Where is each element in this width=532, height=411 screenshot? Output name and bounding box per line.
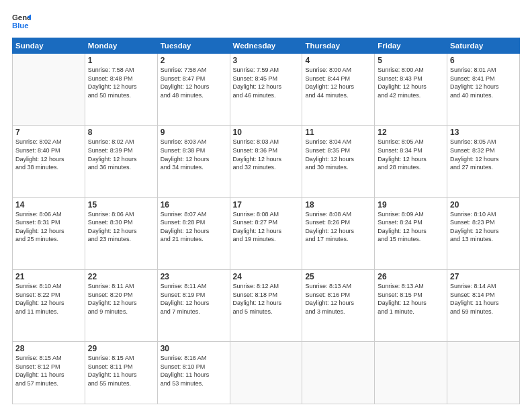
day-number: 1 (88, 56, 154, 65)
day-number: 13 (450, 128, 517, 137)
day-number: 9 (161, 128, 227, 137)
day-number: 28 (15, 344, 82, 353)
logo: General Blue (12, 12, 31, 31)
day-number: 25 (305, 272, 371, 281)
day-info: Sunrise: 8:10 AM Sunset: 8:23 PM Dayligh… (450, 210, 517, 244)
day-number: 23 (161, 272, 227, 281)
day-info: Sunrise: 8:07 AM Sunset: 8:28 PM Dayligh… (161, 210, 227, 244)
day-info: Sunrise: 8:14 AM Sunset: 8:14 PM Dayligh… (450, 282, 517, 316)
day-info: Sunrise: 8:02 AM Sunset: 8:39 PM Dayligh… (88, 138, 154, 171)
day-number: 27 (450, 272, 517, 281)
day-number: 24 (233, 272, 300, 281)
calendar-cell: 8Sunrise: 8:02 AM Sunset: 8:39 PM Daylig… (85, 126, 157, 197)
day-number: 17 (233, 200, 300, 210)
calendar-cell: 19Sunrise: 8:09 AM Sunset: 8:24 PM Dayli… (375, 197, 447, 269)
day-info: Sunrise: 8:13 AM Sunset: 8:16 PM Dayligh… (305, 282, 371, 316)
calendar-cell: 11Sunrise: 8:04 AM Sunset: 8:35 PM Dayli… (302, 126, 375, 197)
page: General Blue SundayMondayTuesdayWednesda… (0, 0, 532, 411)
calendar-cell: 5Sunrise: 8:00 AM Sunset: 8:43 PM Daylig… (375, 54, 447, 126)
calendar-cell: 25Sunrise: 8:13 AM Sunset: 8:16 PM Dayli… (302, 269, 375, 341)
day-info: Sunrise: 8:15 AM Sunset: 8:12 PM Dayligh… (15, 354, 82, 387)
calendar-cell: 20Sunrise: 8:10 AM Sunset: 8:23 PM Dayli… (447, 197, 520, 269)
day-number: 6 (450, 56, 517, 65)
day-info: Sunrise: 8:05 AM Sunset: 8:34 PM Dayligh… (378, 138, 444, 171)
day-info: Sunrise: 8:11 AM Sunset: 8:19 PM Dayligh… (161, 282, 227, 316)
calendar-week-row: 1Sunrise: 7:58 AM Sunset: 8:48 PM Daylig… (13, 54, 520, 126)
calendar-cell: 29Sunrise: 8:15 AM Sunset: 8:11 PM Dayli… (85, 342, 157, 404)
day-number: 7 (15, 128, 82, 137)
calendar-cell (230, 342, 302, 404)
calendar-cell: 28Sunrise: 8:15 AM Sunset: 8:12 PM Dayli… (13, 342, 85, 404)
weekday-header-wednesday: Wednesday (230, 38, 302, 54)
weekday-header-friday: Friday (375, 38, 447, 54)
day-info: Sunrise: 8:10 AM Sunset: 8:22 PM Dayligh… (15, 282, 82, 316)
day-info: Sunrise: 8:08 AM Sunset: 8:26 PM Dayligh… (305, 210, 371, 244)
day-info: Sunrise: 7:58 AM Sunset: 8:47 PM Dayligh… (161, 66, 227, 99)
calendar-cell: 3Sunrise: 7:59 AM Sunset: 8:45 PM Daylig… (230, 54, 302, 126)
day-number: 29 (88, 344, 154, 353)
weekday-header-row: SundayMondayTuesdayWednesdayThursdayFrid… (13, 38, 520, 54)
weekday-header-saturday: Saturday (447, 38, 520, 54)
day-number: 14 (15, 200, 82, 210)
day-info: Sunrise: 7:58 AM Sunset: 8:48 PM Dayligh… (88, 66, 154, 99)
calendar-cell: 16Sunrise: 8:07 AM Sunset: 8:28 PM Dayli… (157, 197, 230, 269)
day-info: Sunrise: 8:12 AM Sunset: 8:18 PM Dayligh… (233, 282, 300, 316)
calendar-cell: 21Sunrise: 8:10 AM Sunset: 8:22 PM Dayli… (13, 269, 85, 341)
calendar-cell: 6Sunrise: 8:01 AM Sunset: 8:41 PM Daylig… (447, 54, 520, 126)
day-number: 26 (378, 272, 444, 281)
calendar-cell (13, 54, 85, 126)
calendar-cell: 30Sunrise: 8:16 AM Sunset: 8:10 PM Dayli… (157, 342, 230, 404)
calendar-cell (375, 342, 447, 404)
day-info: Sunrise: 8:01 AM Sunset: 8:41 PM Dayligh… (450, 66, 517, 99)
day-number: 15 (88, 200, 154, 210)
day-info: Sunrise: 8:11 AM Sunset: 8:20 PM Dayligh… (88, 282, 154, 316)
calendar-week-row: 28Sunrise: 8:15 AM Sunset: 8:12 PM Dayli… (13, 342, 520, 404)
day-info: Sunrise: 8:00 AM Sunset: 8:44 PM Dayligh… (305, 66, 371, 99)
day-info: Sunrise: 8:13 AM Sunset: 8:15 PM Dayligh… (378, 282, 444, 316)
day-number: 8 (88, 128, 154, 137)
calendar-cell: 26Sunrise: 8:13 AM Sunset: 8:15 PM Dayli… (375, 269, 447, 341)
day-number: 20 (450, 200, 517, 210)
calendar-cell: 10Sunrise: 8:03 AM Sunset: 8:36 PM Dayli… (230, 126, 302, 197)
day-info: Sunrise: 8:09 AM Sunset: 8:24 PM Dayligh… (378, 210, 444, 244)
calendar-cell: 15Sunrise: 8:06 AM Sunset: 8:30 PM Dayli… (85, 197, 157, 269)
day-number: 22 (88, 272, 154, 281)
weekday-header-thursday: Thursday (302, 38, 375, 54)
day-number: 10 (233, 128, 300, 137)
day-info: Sunrise: 8:02 AM Sunset: 8:40 PM Dayligh… (15, 138, 82, 171)
calendar-week-row: 21Sunrise: 8:10 AM Sunset: 8:22 PM Dayli… (13, 269, 520, 341)
day-number: 16 (161, 200, 227, 210)
day-number: 30 (161, 344, 227, 353)
day-number: 2 (161, 56, 227, 65)
day-info: Sunrise: 8:15 AM Sunset: 8:11 PM Dayligh… (88, 354, 154, 387)
calendar-cell: 24Sunrise: 8:12 AM Sunset: 8:18 PM Dayli… (230, 269, 302, 341)
day-info: Sunrise: 8:06 AM Sunset: 8:30 PM Dayligh… (88, 210, 154, 244)
calendar-cell: 9Sunrise: 8:03 AM Sunset: 8:38 PM Daylig… (157, 126, 230, 197)
header: General Blue (12, 12, 520, 31)
day-info: Sunrise: 8:08 AM Sunset: 8:27 PM Dayligh… (233, 210, 300, 244)
day-number: 3 (233, 56, 300, 65)
calendar-week-row: 7Sunrise: 8:02 AM Sunset: 8:40 PM Daylig… (13, 126, 520, 197)
day-number: 18 (305, 200, 371, 210)
calendar-cell: 23Sunrise: 8:11 AM Sunset: 8:19 PM Dayli… (157, 269, 230, 341)
calendar-cell: 13Sunrise: 8:05 AM Sunset: 8:32 PM Dayli… (447, 126, 520, 197)
svg-text:Blue: Blue (12, 21, 29, 30)
day-info: Sunrise: 8:06 AM Sunset: 8:31 PM Dayligh… (15, 210, 82, 244)
calendar-cell (447, 342, 520, 404)
day-info: Sunrise: 8:03 AM Sunset: 8:38 PM Dayligh… (161, 138, 227, 171)
calendar-cell: 18Sunrise: 8:08 AM Sunset: 8:26 PM Dayli… (302, 197, 375, 269)
day-number: 5 (378, 56, 444, 65)
calendar-cell: 7Sunrise: 8:02 AM Sunset: 8:40 PM Daylig… (13, 126, 85, 197)
calendar-cell: 4Sunrise: 8:00 AM Sunset: 8:44 PM Daylig… (302, 54, 375, 126)
calendar-cell (302, 342, 375, 404)
day-info: Sunrise: 8:03 AM Sunset: 8:36 PM Dayligh… (233, 138, 300, 171)
day-info: Sunrise: 8:04 AM Sunset: 8:35 PM Dayligh… (305, 138, 371, 171)
day-number: 19 (378, 200, 444, 210)
day-number: 21 (15, 272, 82, 281)
day-info: Sunrise: 8:00 AM Sunset: 8:43 PM Dayligh… (378, 66, 444, 99)
calendar-cell: 12Sunrise: 8:05 AM Sunset: 8:34 PM Dayli… (375, 126, 447, 197)
calendar-cell: 17Sunrise: 8:08 AM Sunset: 8:27 PM Dayli… (230, 197, 302, 269)
weekday-header-monday: Monday (85, 38, 157, 54)
calendar-cell: 27Sunrise: 8:14 AM Sunset: 8:14 PM Dayli… (447, 269, 520, 341)
weekday-header-tuesday: Tuesday (157, 38, 230, 54)
